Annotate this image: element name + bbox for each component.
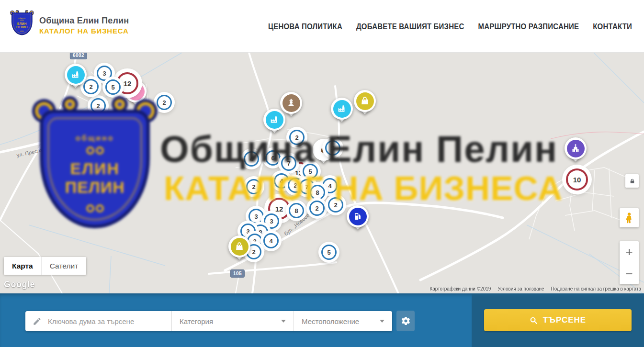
factory-icon — [333, 100, 351, 118]
main-nav: ЦЕНОВА ПОЛИТИКАДОБАВЕТЕ ВАШИЯТ БИЗНЕСМАР… — [268, 0, 632, 53]
map-pin-worker[interactable] — [280, 92, 302, 114]
road-number-badge: 105 — [230, 269, 245, 278]
shopping-bag-icon — [356, 92, 374, 110]
search-bar: Категория Местоположение ТЪРСЕНЕ — [0, 293, 644, 347]
road-number-badge: 6002 — [70, 53, 87, 59]
map-pin-factory[interactable] — [331, 98, 353, 120]
map-cluster-marker[interactable]: 3 — [264, 213, 279, 229]
lock-button[interactable] — [625, 174, 639, 188]
map-cluster-marker[interactable]: 10 — [566, 168, 588, 190]
map-cluster-marker[interactable]: 2 — [328, 197, 343, 213]
google-logo[interactable]: Google — [4, 280, 35, 290]
map-cluster-marker[interactable]: 5 — [325, 140, 340, 156]
nav-item[interactable]: МАРШРУТНО РАЗПИСАНИЕ — [478, 22, 579, 31]
attribution-copyright: Картографски данни ©2019 — [429, 286, 491, 291]
lock-icon — [629, 178, 635, 184]
map-view-button[interactable]: Карта — [4, 257, 41, 275]
map-type-control: Карта Сателит — [4, 257, 86, 275]
zoom-control: + − — [620, 241, 639, 284]
nav-item[interactable]: ДОБАВЕТЕ ВАШИЯТ БИЗНЕС — [356, 22, 464, 31]
map-cluster-marker[interactable]: 8 — [310, 185, 325, 200]
map-cluster-marker[interactable]: 8 — [289, 203, 304, 218]
gear-icon — [401, 316, 411, 326]
map-pin-fuel[interactable] — [347, 205, 369, 227]
map-cluster-marker[interactable]: 2 — [309, 201, 325, 216]
chevron-down-icon — [281, 320, 286, 323]
map-cluster-marker[interactable]: 2 — [157, 95, 172, 110]
map-cluster-marker[interactable]: 3 — [97, 66, 112, 81]
worker-icon — [282, 94, 300, 112]
location-dropdown[interactable]: Местоположение — [294, 311, 392, 331]
page: общино ЕЛИН ПЕЛИН Община Елин Пелин КАТА… — [0, 0, 644, 347]
factory-icon — [67, 66, 85, 84]
report-error-link[interactable]: Подаване на сигнал за грешка в картата — [551, 286, 641, 291]
map-cluster-marker[interactable]: 5 — [105, 79, 121, 95]
map-cluster-marker[interactable]: 2 — [90, 98, 106, 113]
search-box: Категория Местоположение — [25, 311, 392, 331]
chevron-down-icon — [380, 320, 384, 323]
site-subtitle: КАТАЛОГ НА БИЗНЕСА — [39, 27, 129, 35]
map-cluster-marker[interactable]: 5 — [321, 245, 337, 260]
shopping-bag-icon — [231, 238, 249, 256]
header: общино ЕЛИН ПЕЛИН Община Елин Пелин КАТА… — [0, 0, 644, 53]
map-cluster-marker[interactable]: 2 — [289, 130, 305, 145]
fuel-icon — [349, 208, 367, 225]
map-pin-shopping-bag[interactable] — [228, 235, 250, 257]
nav-item[interactable]: КОНТАКТИ — [593, 22, 632, 31]
map-cluster-marker[interactable]: 4 — [263, 233, 279, 248]
map-cluster-marker[interactable]: 3 — [249, 209, 264, 224]
site-title: Община Елин Пелин — [39, 16, 129, 26]
church-icon — [567, 140, 585, 157]
map-cluster-marker[interactable]: 4 — [244, 151, 259, 167]
map-pin-church[interactable] — [565, 137, 587, 159]
map-cluster-marker[interactable]: 5 — [303, 164, 318, 179]
map-cluster-marker[interactable]: 4 — [274, 173, 289, 189]
map-canvas[interactable]: ул. Преславбул. „Новоселци 6002105 — [0, 53, 644, 293]
municipality-crest-icon: общино ЕЛИН ПЕЛИН — [11, 11, 34, 39]
map-attribution: Картографски данни ©2019 Условия за полз… — [429, 286, 641, 291]
satellite-view-button[interactable]: Сателит — [41, 257, 86, 275]
terms-link[interactable]: Условия за ползване — [497, 286, 544, 291]
search-button[interactable]: ТЪРСЕНЕ — [484, 309, 632, 331]
map-pin-factory[interactable] — [65, 64, 87, 86]
map-cluster-marker[interactable]: 6 — [265, 150, 281, 166]
pegman-button[interactable] — [620, 208, 639, 227]
zoom-out-button[interactable]: − — [620, 263, 639, 285]
pegman-icon — [623, 212, 635, 224]
settings-button[interactable] — [396, 311, 415, 331]
nav-item[interactable]: ЦЕНОВА ПОЛИТИКА — [268, 22, 342, 31]
zoom-in-button[interactable]: + — [620, 241, 639, 263]
search-button-panel: ТЪРСЕНЕ — [472, 293, 644, 347]
map-pin-shopping-bag[interactable] — [354, 90, 376, 112]
search-icon — [530, 316, 538, 325]
pencil-icon — [33, 317, 42, 326]
brand-logo[interactable]: общино ЕЛИН ПЕЛИН Община Елин Пелин КАТА… — [11, 11, 129, 39]
category-dropdown[interactable]: Категория — [172, 311, 294, 331]
keyword-section — [25, 311, 171, 331]
map-cluster-marker[interactable]: 2 — [246, 179, 261, 194]
map-cluster-marker[interactable]: 7 — [281, 156, 296, 171]
keyword-input[interactable] — [42, 317, 171, 325]
